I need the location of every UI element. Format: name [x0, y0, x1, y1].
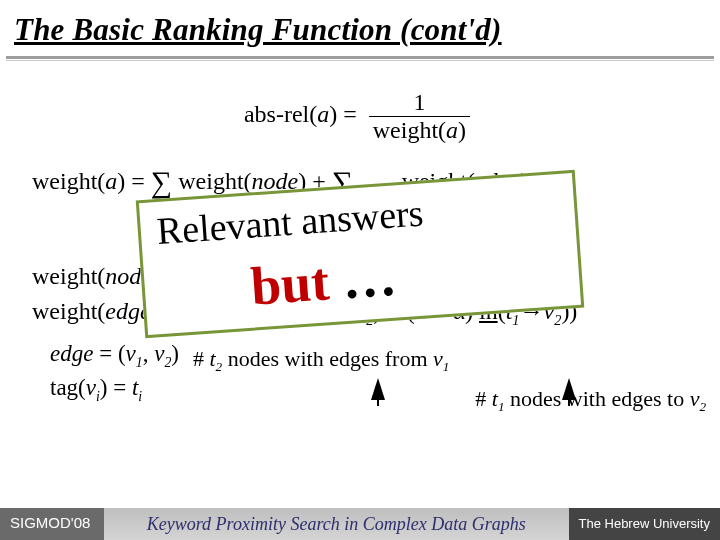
footer-affiliation: The Hebrew University	[569, 508, 721, 540]
note2-vs: 2	[699, 399, 706, 414]
footer-title: Keyword Proximity Search in Complex Data…	[104, 508, 569, 540]
tag-open: tag(	[50, 375, 86, 400]
note2: # t1 nodes with edges to v2	[193, 386, 710, 415]
up-arrow-icon-2	[562, 378, 576, 406]
edge-eq-open: = (	[93, 341, 125, 366]
note1: # t2 nodes with edges from v1	[193, 346, 710, 375]
edge-comma: ,	[143, 341, 155, 366]
note2-v: v	[690, 386, 700, 411]
tag-tsi: i	[138, 389, 142, 404]
edge-word: edge	[50, 341, 93, 366]
we-lhs: weight(	[32, 298, 105, 324]
w-a-lhs: weight(	[32, 168, 105, 194]
absrel-frac: 1 weight(a)	[369, 89, 470, 144]
hash-notes: # t2 nodes with edges from v1 # t1 nodes…	[193, 338, 710, 415]
den-arg: a	[446, 117, 458, 143]
slide-title: The Basic Ranking Function (cont'd)	[0, 0, 720, 54]
tag-eq: ) =	[100, 375, 132, 400]
w-node-func: weight(	[178, 168, 251, 194]
edge-v2: v	[154, 341, 164, 366]
edge-s1: 1	[136, 355, 143, 370]
w-a-arg: a	[105, 168, 117, 194]
note1-hash: #	[193, 346, 210, 371]
note1-v: v	[433, 346, 443, 371]
edge-v1: v	[126, 341, 136, 366]
tag-vi: v	[86, 375, 96, 400]
edge-close: )	[171, 341, 179, 366]
footer: SIGMOD'08 Keyword Proximity Search in Co…	[0, 508, 720, 540]
den-func: weight	[373, 117, 438, 143]
absrel-arg: a	[317, 101, 329, 127]
absrel-func: abs-rel	[244, 101, 309, 127]
edge-def: edge = (v1, v2)	[50, 338, 179, 372]
footer-venue: SIGMOD'08	[0, 508, 104, 540]
wn-lhs: weight(	[32, 263, 105, 289]
overlay-but: but	[249, 246, 332, 324]
edge-tag-block: edge = (v1, v2) tag(vi) = ti # t2 nodes …	[10, 338, 710, 415]
edge-tag-left: edge = (v1, v2) tag(vi) = ti	[50, 338, 179, 406]
sum-icon-1: ∑	[151, 162, 172, 203]
absrel-den: weight(a)	[369, 117, 470, 144]
we-is1: 1	[512, 311, 519, 327]
note2-hash: #	[475, 386, 492, 411]
tag-def: tag(vi) = ti	[50, 372, 179, 406]
up-arrow-icon-1	[371, 378, 385, 406]
overlay-dots: …	[327, 247, 399, 312]
note1-vs: 1	[443, 360, 450, 375]
note2-text: nodes with edges to	[504, 386, 689, 411]
absrel-num: 1	[369, 89, 470, 117]
w-a-close: ) =	[117, 168, 151, 194]
note1-text: nodes with edges from	[222, 346, 433, 371]
eq-absrel: abs-rel(a) = 1 weight(a)	[10, 89, 710, 144]
absrel-eq: =	[337, 101, 363, 127]
